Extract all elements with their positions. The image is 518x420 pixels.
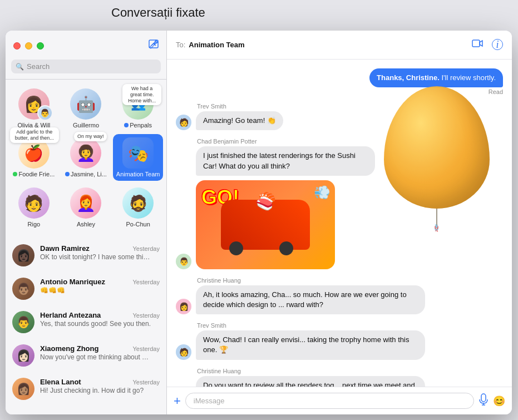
penpals-bubble: We had a great time. Home with... bbox=[122, 84, 161, 105]
pinned-avatar-olivia-will: 👩 👨 bbox=[18, 88, 50, 120]
conv-item-xiaomeng[interactable]: 👩🏻 Xiaomeng Zhong Yesterday Now you've g… bbox=[6, 339, 166, 372]
info-icon[interactable]: i bbox=[492, 39, 503, 50]
conv-name-elena: Elena Lanot bbox=[40, 378, 81, 386]
maximize-button[interactable] bbox=[37, 42, 44, 50]
pinned-avatar-jasmine: 👩‍🦱 On my way! bbox=[70, 137, 101, 169]
msg-avatar-christine-1: 👩 bbox=[176, 299, 191, 314]
pinned-item-guillermo[interactable]: 🤖 Guillermo bbox=[61, 85, 111, 132]
conv-preview-xiaomeng: Now you've got me thinking about my next… bbox=[40, 353, 151, 361]
conv-preview-dawn: OK to visit tonight? I have some things … bbox=[40, 253, 151, 261]
pinned-conversations-label: Conversații fixate bbox=[111, 6, 205, 20]
conv-item-dawn[interactable]: 👩🏿 Dawn Ramirez Yesterday OK to visit to… bbox=[6, 239, 166, 272]
pinned-item-jasmine[interactable]: 👩‍🦱 On my way! Jasmine, Li... bbox=[61, 134, 111, 181]
conv-time-dawn: Yesterday bbox=[132, 245, 160, 252]
msg-row-christine-2: 👩 Do you want to review all the renders … bbox=[176, 376, 503, 387]
emoji-button[interactable]: 😊 bbox=[493, 395, 505, 407]
read-label-1: Read bbox=[176, 88, 503, 95]
conv-avatar-antonio: 👨🏽 bbox=[12, 278, 34, 300]
conv-content-dawn: Dawn Ramirez Yesterday OK to visit tonig… bbox=[40, 244, 160, 261]
msg-sender-trev-1: Trev Smith bbox=[197, 103, 503, 110]
message-input[interactable] bbox=[185, 393, 474, 409]
pinned-item-olivia-will[interactable]: 👩 👨 Olivia & Will bbox=[9, 85, 59, 132]
pinned-item-foodie[interactable]: 🍎 Add garlic to the butter, and then... … bbox=[9, 134, 59, 181]
search-input[interactable] bbox=[27, 62, 156, 71]
pinned-row-top: 👩 👨 Olivia & Will 🤖 Guillermo bbox=[6, 85, 166, 134]
foodie-bubble: Add garlic to the butter, and then... bbox=[10, 127, 59, 143]
conv-name-antonio: Antonio Manriquez bbox=[40, 278, 105, 286]
foodie-dot bbox=[13, 172, 17, 176]
msg-sender-chad-1: Chad Benjamin Potter bbox=[197, 138, 503, 145]
penpals-dot bbox=[124, 123, 129, 127]
msg-group-christine-2: Christine Huang 👩 Do you want to review … bbox=[176, 368, 503, 387]
pinned-avatar-pochun: 🧔 bbox=[122, 187, 154, 219]
conv-item-herland[interactable]: 👨 Herland Antezana Yesterday Yes, that s… bbox=[6, 305, 166, 339]
conv-preview-antonio: 👊👊👊 bbox=[40, 286, 151, 294]
video-call-icon[interactable] bbox=[472, 39, 483, 51]
chat-panel: To: Animation Team i Thanks, Christine. … bbox=[167, 31, 512, 414]
bubble-chad-text: I just finished the latest renderings fo… bbox=[196, 146, 375, 175]
conv-content-antonio: Antonio Manriquez Yesterday 👊👊👊 bbox=[40, 278, 160, 294]
pinned-item-rigo[interactable]: 🧑 Rigo bbox=[9, 184, 59, 231]
pinned-item-ashley[interactable]: 👩‍🦰 Ashley bbox=[61, 184, 111, 231]
jasmine-bubble: On my way! bbox=[74, 132, 107, 141]
chat-header-actions: i bbox=[472, 39, 503, 51]
chat-to-label: To: bbox=[176, 41, 185, 49]
msg-group-christine-1: Christine Huang 👩 Ah, it looks amazing, … bbox=[176, 277, 503, 314]
chat-recipient: Animation Team bbox=[189, 41, 244, 49]
title-bar bbox=[6, 31, 166, 60]
bubble-trev-1: Amazing! Go team! 👏 bbox=[196, 111, 283, 130]
pinned-item-pochun[interactable]: 🧔 Po-Chun bbox=[113, 184, 163, 231]
pinned-section: 👩 👨 Olivia & Will 🤖 Guillermo bbox=[6, 79, 166, 239]
search-bar[interactable]: 🔍 bbox=[11, 60, 161, 73]
msg-sender-trev-2: Trev Smith bbox=[197, 322, 503, 329]
conv-content-elena: Elena Lanot Yesterday Hi! Just checking … bbox=[40, 378, 160, 394]
chat-header: To: Animation Team i bbox=[167, 31, 512, 60]
conv-item-antonio[interactable]: 👨🏽 Antonio Manriquez Yesterday 👊👊👊 bbox=[6, 272, 166, 305]
conv-name-xiaomeng: Xiaomeng Zhong bbox=[40, 344, 98, 353]
sidebar: 🔍 👩 👨 Olivia & Will bbox=[6, 31, 167, 414]
svg-rect-1 bbox=[472, 40, 480, 47]
msg-row-chad-1: 👨 I just finished the latest renderings … bbox=[176, 146, 503, 269]
pinned-item-animation-team[interactable]: 🎭 Animation Team bbox=[113, 134, 163, 181]
pinned-item-penpals[interactable]: 👥 We had a great time. Home with... Penp… bbox=[113, 85, 163, 132]
conv-time-xiaomeng: Yesterday bbox=[132, 345, 160, 352]
pinned-name-guillermo: Guillermo bbox=[73, 122, 99, 129]
conv-content-herland: Herland Antezana Yesterday Yes, that sou… bbox=[40, 311, 160, 328]
pinned-name-rigo: Rigo bbox=[28, 221, 41, 228]
msg-sender-christine-1: Christine Huang bbox=[197, 277, 503, 284]
messages-area[interactable]: Thanks, Christine. I'll review shortly. … bbox=[167, 60, 512, 387]
traffic-lights bbox=[13, 42, 44, 50]
svg-rect-2 bbox=[481, 394, 486, 402]
conv-avatar-elena: 👩🏽 bbox=[12, 378, 34, 400]
bubble-christine-1: Ah, it looks amazing, Cha... so much. Ho… bbox=[196, 285, 425, 314]
audio-record-button[interactable] bbox=[478, 393, 489, 408]
msg-row-trev-1: 🧑 Amazing! Go team! 👏 bbox=[176, 111, 503, 130]
pinned-row-bottom: 🍎 Add garlic to the butter, and then... … bbox=[6, 134, 166, 184]
search-icon: 🔍 bbox=[16, 63, 24, 71]
msg-row-trev-2: 🧑 Wow, Chad! I can really envisi... taki… bbox=[176, 330, 503, 359]
conv-preview-herland: Yes, that sounds good! See you then. bbox=[40, 320, 151, 328]
pinned-row3: 🧑 Rigo 👩‍🦰 Ashley bbox=[6, 184, 166, 234]
pinned-avatar-guillermo: 🤖 bbox=[70, 88, 101, 120]
add-attachment-button[interactable]: + bbox=[174, 394, 181, 408]
conv-name-herland: Herland Antezana bbox=[40, 311, 101, 319]
conv-time-antonio: Yesterday bbox=[132, 279, 160, 285]
msg-group-trev-1: Trev Smith 🧑 Amazing! Go team! 👏 bbox=[176, 103, 503, 130]
conv-item-elena[interactable]: 👩🏽 Elena Lanot Yesterday Hi! Just checki… bbox=[6, 372, 166, 406]
compose-button[interactable] bbox=[149, 39, 159, 52]
conv-time-herland: Yesterday bbox=[132, 312, 160, 319]
conv-avatar-herland: 👨 bbox=[12, 311, 34, 333]
conv-avatar-xiaomeng: 👩🏻 bbox=[12, 344, 34, 367]
app-window: 🔍 👩 👨 Olivia & Will bbox=[6, 31, 512, 414]
msg-row-christine-1: 👩 Ah, it looks amazing, Cha... so much. … bbox=[176, 285, 503, 314]
close-button[interactable] bbox=[13, 42, 21, 50]
conv-avatar-dawn: 👩🏿 bbox=[12, 244, 34, 266]
conv-content-xiaomeng: Xiaomeng Zhong Yesterday Now you've got … bbox=[40, 344, 160, 361]
conversation-list: 👩🏿 Dawn Ramirez Yesterday OK to visit to… bbox=[6, 239, 166, 414]
conv-preview-elena: Hi! Just checking in. How did it go? bbox=[40, 387, 151, 394]
pinned-name-ashley: Ashley bbox=[77, 221, 95, 228]
msg-group-outgoing-1: Thanks, Christine. I'll review shortly. … bbox=[176, 68, 503, 95]
minimize-button[interactable] bbox=[25, 42, 32, 50]
pinned-name-penpals: Penpals bbox=[130, 122, 152, 129]
pinned-avatar-rigo: 🧑 bbox=[18, 187, 50, 219]
